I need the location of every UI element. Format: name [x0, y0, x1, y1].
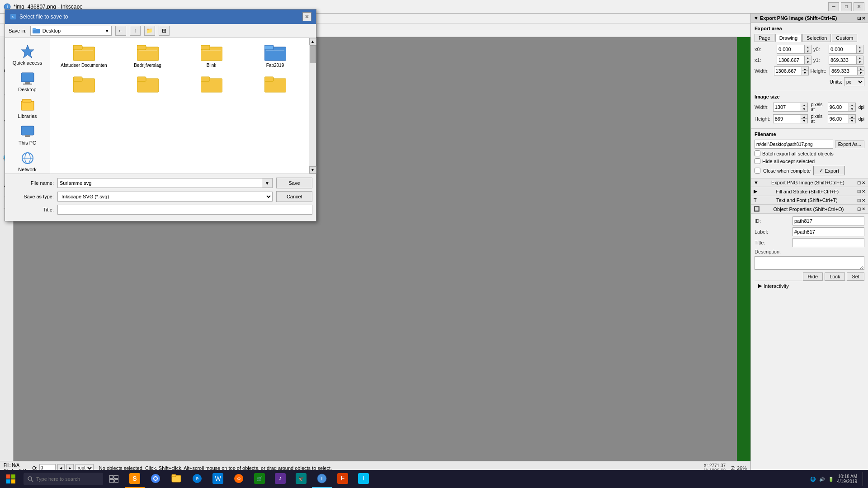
svg-text:I: I	[321, 476, 322, 481]
dialog-body: Quick access Desktop Libraries	[5, 38, 316, 174]
create-folder-btn[interactable]: 📁	[144, 26, 155, 36]
taskbar-apps: S e W	[123, 470, 807, 488]
sidebar-item-this-pc[interactable]: This PC	[5, 122, 50, 148]
svg-rect-12	[23, 84, 32, 84]
taskbar-search[interactable]	[24, 473, 103, 485]
file-item-0[interactable]: Afstudeer Documenten	[54, 42, 114, 70]
filename-bottom-input[interactable]	[57, 178, 273, 188]
sidebar-item-libraries[interactable]: Libraries	[5, 95, 50, 122]
filename-bottom-label: File name:	[9, 180, 54, 186]
taskbar-explorer[interactable]	[166, 470, 186, 488]
scroll-thumb[interactable]	[310, 45, 316, 63]
taskbar-chrome[interactable]	[146, 470, 165, 488]
save-button[interactable]: Save	[276, 178, 312, 188]
save-in-label: Save in:	[9, 28, 27, 33]
task-view-btn[interactable]	[105, 470, 123, 488]
svg-rect-56	[172, 474, 176, 477]
scroll-track	[310, 45, 316, 166]
taskbar-app11[interactable]: F	[333, 470, 353, 488]
cancel-button[interactable]: Cancel	[276, 191, 312, 202]
sidebar-item-quick-access[interactable]: Quick access	[5, 42, 50, 68]
svg-text:⚙: ⚙	[237, 476, 241, 481]
back-btn[interactable]: ←	[115, 26, 126, 36]
svg-text:e: e	[196, 475, 199, 482]
quick-access-label: Quick access	[13, 60, 42, 66]
file-item-7[interactable]	[245, 73, 305, 96]
svg-text:S: S	[132, 475, 137, 482]
network-tray-icon[interactable]: 🌐	[810, 477, 816, 482]
location-select[interactable]: Desktop ▼	[30, 26, 112, 36]
location-value: Desktop	[42, 28, 61, 33]
battery-tray-icon[interactable]: 🔋	[828, 477, 834, 482]
filename-field-wrapper: ▼	[57, 178, 273, 188]
taskbar-sublime[interactable]: S	[125, 470, 145, 488]
taskbar-app6[interactable]: ⚙	[229, 470, 249, 488]
app11-icon: F	[337, 473, 348, 484]
taskbar-app7[interactable]: 🛒	[250, 470, 269, 488]
folder-icon-6	[201, 75, 222, 93]
desktop-icon	[20, 71, 35, 85]
up-btn[interactable]: ↑	[130, 26, 141, 36]
folder-icon-2	[201, 43, 222, 61]
view-btn[interactable]: ⊞	[159, 26, 170, 36]
svg-rect-10	[21, 73, 34, 82]
systray: 🌐 🔊 🔋 10:18 AM 4/19/2019	[807, 472, 868, 486]
file-item-5[interactable]	[118, 73, 178, 96]
svg-rect-35	[137, 77, 146, 81]
svg-rect-49	[115, 479, 118, 483]
svg-point-54	[154, 477, 157, 480]
show-desktop-btn[interactable]	[863, 472, 864, 486]
app12-icon: I	[358, 473, 369, 484]
dialog-toolbar: Save in: Desktop ▼ ← ↑ 📁 ⊞	[5, 24, 316, 38]
svg-rect-43	[11, 479, 15, 483]
quick-access-icon	[20, 44, 35, 59]
title-bottom-input[interactable]	[57, 205, 312, 215]
windows-taskbar: S e W	[0, 470, 868, 488]
start-button[interactable]	[0, 470, 22, 488]
dialog-title-left: S Select file to save to	[9, 13, 68, 20]
explorer-icon	[171, 473, 182, 484]
svg-rect-39	[264, 77, 274, 81]
this-pc-icon	[20, 124, 35, 139]
dialog-title-bar: S Select file to save to ✕	[5, 9, 316, 24]
scroll-down-btn[interactable]: ▼	[309, 166, 316, 174]
taskbar-app5[interactable]: W	[208, 470, 228, 488]
sound-tray-icon[interactable]: 🔊	[819, 477, 825, 482]
folder-icon-3	[264, 43, 286, 61]
chrome-icon	[150, 473, 161, 484]
taskbar-app9[interactable]: 🦅	[291, 470, 311, 488]
svg-rect-24	[137, 45, 146, 50]
svg-text:I: I	[363, 474, 364, 482]
svg-rect-30	[264, 45, 274, 50]
saveas-select[interactable]: Inkscape SVG (*.svg)	[57, 192, 273, 202]
app7-icon: 🛒	[254, 473, 265, 484]
taskbar-edge[interactable]: e	[187, 470, 207, 488]
taskbar-app8[interactable]: ♪	[270, 470, 290, 488]
dialog-files-area: Afstudeer Documenten Bedrijfverslag Blin…	[50, 38, 309, 174]
saveas-row: Save as type: Inkscape SVG (*.svg) Cance…	[9, 191, 312, 202]
svg-rect-33	[73, 77, 82, 81]
sidebar-item-network[interactable]: Network	[5, 148, 50, 175]
search-icon	[27, 476, 33, 482]
systray-clock[interactable]: 10:18 AM 4/19/2019	[837, 474, 858, 484]
scroll-up-btn[interactable]: ▲	[309, 38, 316, 45]
app6-icon: ⚙	[233, 473, 244, 484]
file-item-1[interactable]: Bedrijfverslag	[118, 42, 178, 70]
file-item-4[interactable]	[54, 73, 114, 96]
file-item-2[interactable]: Blink	[181, 42, 241, 70]
dialog-bottom: File name: ▼ Save Save as type: Inkscape…	[5, 174, 316, 221]
file-label-0: Afstudeer Documenten	[61, 63, 107, 68]
file-item-6[interactable]	[181, 73, 241, 96]
sidebar-item-desktop[interactable]: Desktop	[5, 68, 50, 95]
dialog-close-button[interactable]: ✕	[302, 12, 311, 21]
filename-dropdown-btn[interactable]: ▼	[262, 178, 273, 188]
saveas-bottom-label: Save as type:	[9, 194, 54, 199]
svg-text:F: F	[341, 474, 345, 482]
svg-rect-42	[6, 479, 10, 483]
taskbar-search-input[interactable]	[36, 476, 99, 482]
svg-rect-15	[21, 126, 34, 135]
taskbar-app12[interactable]: I	[354, 470, 373, 488]
taskbar-inkscape[interactable]: I	[312, 470, 332, 488]
svg-rect-27	[201, 45, 210, 50]
file-item-3[interactable]: Fab2019	[245, 42, 305, 70]
